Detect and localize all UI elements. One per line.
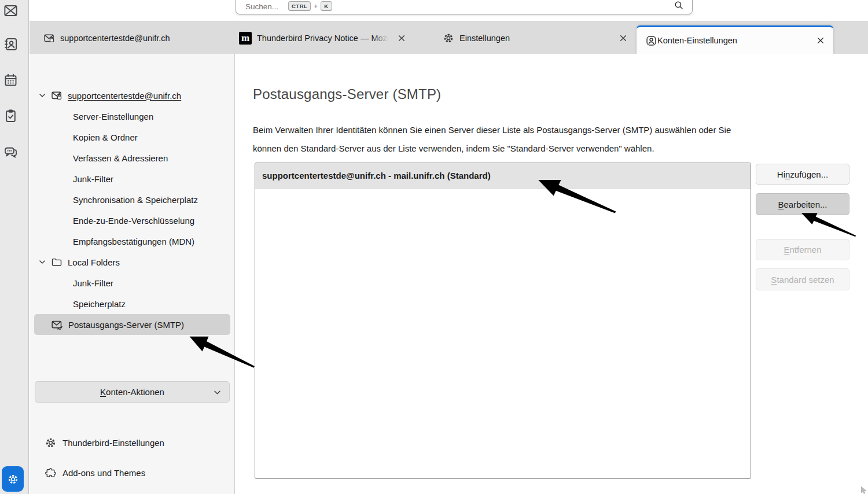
- sidebar-item-smtp[interactable]: Postausgangs-Server (SMTP): [34, 314, 230, 335]
- button-label: Standard setzen: [771, 275, 834, 285]
- button-label: Entfernen: [784, 245, 821, 255]
- calendar-icon: [3, 72, 19, 88]
- sidebar-item-server-einstellungen[interactable]: Server-Einstellungen: [30, 106, 234, 127]
- close-icon[interactable]: [619, 34, 628, 43]
- tab-bar: supportcentertestde@unifr.ch m Thunderbi…: [30, 22, 868, 54]
- button-label: Bearbeiten...: [778, 200, 827, 209]
- sidebar-item-label: Speicherplatz: [73, 299, 126, 309]
- folder-icon: [51, 256, 62, 268]
- sidebar-local-folders-root[interactable]: Local Folders: [30, 252, 234, 272]
- mozilla-logo: m: [239, 32, 252, 45]
- smtp-list-entry[interactable]: supportcentertestde@unifr.ch - mail.unif…: [255, 163, 751, 189]
- sidebar-item-ende-zu-ende[interactable]: Ende-zu-Ende-Verschlüsselung: [30, 210, 234, 231]
- sidebar-addons-themes[interactable]: Add-ons und Themes: [30, 462, 234, 483]
- address-book-icon: [3, 36, 19, 52]
- bearbeiten-button[interactable]: Bearbeiten...: [756, 193, 849, 215]
- gear-icon: [45, 437, 57, 449]
- space-chat[interactable]: [3, 142, 26, 161]
- smtp-settings-pane: Postausgangs-Server (SMTP) Beim Verwalte…: [236, 54, 868, 494]
- global-search[interactable]: CTRL + K: [236, 0, 693, 14]
- sidebar-item-label: Junk-Filter: [73, 174, 113, 184]
- sidebar-thunderbird-einstellungen[interactable]: Thunderbird-Einstellungen: [30, 432, 234, 453]
- toolbar-header: CTRL + K: [30, 0, 868, 22]
- tab-account-mail[interactable]: supportcentertestde@unifr.ch: [30, 22, 234, 54]
- footer-item-label: Add-ons und Themes: [62, 468, 145, 478]
- smtp-server-list[interactable]: supportcentertestde@unifr.ch - mail.unif…: [255, 163, 751, 479]
- sidebar-item-label: Empfangsbestätigungen (MDN): [73, 237, 194, 246]
- mouse-cursor: [861, 486, 867, 494]
- k-key-badge: K: [321, 1, 332, 11]
- sidebar-item-label: Kopien & Ordner: [73, 132, 138, 142]
- description-line: können den Standard-Server aus der Liste…: [253, 139, 731, 158]
- sidebar-item-label: Junk-Filter: [73, 278, 113, 288]
- page-title: Postausgangs-Server (SMTP): [253, 86, 441, 102]
- space-tasks[interactable]: [3, 106, 26, 125]
- thunderbird-window: CTRL + K supportcentertestde@unifr.ch m …: [0, 0, 868, 494]
- sidebar-item-synchronisation[interactable]: Synchronisation & Speicherplatz: [30, 189, 234, 210]
- close-icon[interactable]: [397, 34, 406, 43]
- konten-aktionen-label: Konten-Aktionen: [100, 387, 164, 397]
- sidebar-item-label: Synchronisation & Speicherplatz: [73, 195, 198, 205]
- sidebar-item-label: Verfassen & Adressieren: [73, 153, 168, 163]
- konten-aktionen-button[interactable]: Konten-Aktionen: [35, 381, 230, 403]
- gear-icon: [7, 473, 19, 485]
- sidebar-item-empfangsbestaetigungen[interactable]: Empfangsbestätigungen (MDN): [30, 231, 234, 252]
- sidebar-item-label: Ende-zu-Ende-Verschlüsselung: [73, 216, 194, 226]
- mail-icon: [3, 3, 19, 19]
- sidebar-item-kopien-ordner[interactable]: Kopien & Ordner: [30, 127, 234, 148]
- footer-item-label: Thunderbird-Einstellungen: [62, 438, 164, 448]
- search-shortcut: CTRL + K: [288, 1, 332, 11]
- gear-icon: [443, 32, 454, 44]
- space-mail[interactable]: [3, 1, 26, 20]
- hinzufuegen-button[interactable]: Hinzufügen...: [756, 164, 849, 185]
- puzzle-icon: [45, 467, 57, 479]
- sidebar-item-speicherplatz[interactable]: Speicherplatz: [30, 293, 234, 314]
- tab-label: Konten-Einstellungen: [657, 36, 737, 45]
- sidebar-item-label: Server-Einstellungen: [73, 112, 153, 121]
- spaces-toolbar: [0, 0, 29, 494]
- smtp-icon: [51, 319, 63, 331]
- sidebar-item-junk-filter[interactable]: Junk-Filter: [30, 168, 234, 189]
- chevron-down-icon[interactable]: [38, 91, 46, 99]
- chevron-down-icon[interactable]: [38, 258, 46, 266]
- shortcut-separator: +: [314, 2, 318, 10]
- space-calendar[interactable]: [3, 71, 26, 89]
- tab-label: Thunderbird Privacy Notice — Mozi: [257, 34, 389, 43]
- tab-label: supportcentertestde@unifr.ch: [60, 34, 170, 43]
- button-label: Hinzufügen...: [777, 169, 828, 179]
- sidebar-account-label[interactable]: supportcentertestde@unifr.ch: [68, 91, 181, 101]
- sidebar-item-verfassen-adressieren[interactable]: Verfassen & Adressieren: [30, 148, 234, 168]
- account-mail-icon: [43, 32, 55, 44]
- tab-privacy-notice[interactable]: m Thunderbird Privacy Notice — Mozi: [234, 22, 431, 54]
- search-input[interactable]: [245, 1, 286, 12]
- tab-konten-einstellungen[interactable]: Konten-Einstellungen: [637, 25, 833, 54]
- standard-setzen-button: Standard setzen: [756, 268, 849, 290]
- smtp-description: Beim Verwalten Ihrer Identitäten können …: [253, 121, 731, 158]
- entfernen-button: Entfernen: [756, 239, 849, 260]
- smtp-list-entry-label: supportcentertestde@unifr.ch - mail.unif…: [262, 171, 491, 180]
- account-badge-icon: [645, 35, 657, 47]
- sidebar-item-local-junk-filter[interactable]: Junk-Filter: [30, 272, 234, 293]
- account-settings-sidebar: supportcentertestde@unifr.ch Server-Eins…: [30, 54, 235, 494]
- space-settings-active[interactable]: [2, 466, 24, 492]
- tab-label: Einstellungen: [459, 34, 510, 43]
- sidebar-smtp-label: Postausgangs-Server (SMTP): [68, 320, 184, 330]
- chevron-down-icon: [213, 388, 222, 397]
- tab-einstellungen[interactable]: Einstellungen: [431, 22, 637, 54]
- sidebar-local-folders-label: Local Folders: [68, 257, 120, 267]
- account-mail-icon: [51, 90, 62, 101]
- ctrl-key-badge: CTRL: [288, 1, 311, 11]
- sidebar-account-root[interactable]: supportcentertestde@unifr.ch: [30, 85, 234, 106]
- search-icon[interactable]: [674, 0, 684, 10]
- description-line: Beim Verwalten Ihrer Identitäten können …: [253, 121, 731, 139]
- chat-icon: [3, 144, 19, 160]
- space-address-book[interactable]: [3, 35, 26, 53]
- tasks-icon: [3, 108, 19, 124]
- close-icon[interactable]: [816, 36, 825, 45]
